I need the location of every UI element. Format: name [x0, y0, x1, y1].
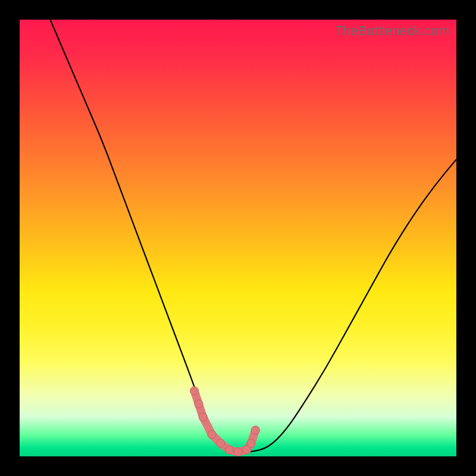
curve-marker-dot	[208, 430, 216, 439]
curve-marker-dot	[247, 439, 255, 447]
curve-marker-dot	[225, 446, 233, 454]
chart-frame: TheBottleneck.com	[0, 0, 476, 476]
curve-markers	[190, 387, 260, 456]
curve-marker-dot	[251, 426, 259, 434]
bottleneck-curve	[50, 20, 456, 452]
curve-marker-dot	[217, 439, 225, 447]
chart-plot-area: TheBottleneck.com	[20, 20, 456, 456]
curve-marker-dot	[234, 448, 242, 456]
chart-svg	[20, 20, 456, 456]
curve-marker-dot	[190, 387, 199, 395]
curve-marker-dot	[199, 413, 207, 421]
curve-marker-dot	[195, 400, 203, 408]
